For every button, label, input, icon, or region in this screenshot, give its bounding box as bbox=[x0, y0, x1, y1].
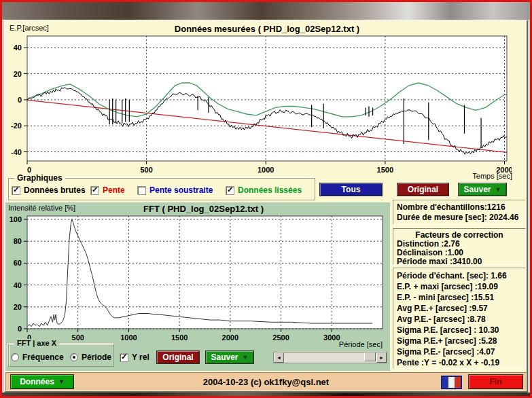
stat-line: E.P. + maxi [arcsec] :19.09 bbox=[397, 281, 522, 292]
original-button-fft[interactable]: Original bbox=[156, 350, 200, 364]
svg-text:1000: 1000 bbox=[258, 166, 274, 174]
stat-line: Durée de mesure [sec]: 2024.46 bbox=[397, 213, 522, 223]
plot-area bbox=[27, 36, 507, 161]
time-axis-label: Temps [sec] bbox=[440, 172, 512, 180]
checkbox-label: Pente bbox=[103, 185, 125, 195]
sauver-button-fft[interactable]: Sauver ▼ bbox=[205, 350, 254, 364]
graphiques-group-label: Graphiques bbox=[14, 173, 65, 183]
fft-scrollbar[interactable]: ◄ ► bbox=[273, 352, 387, 363]
checkbox-box bbox=[120, 353, 128, 362]
svg-text:1500: 1500 bbox=[377, 166, 393, 174]
radio-circle bbox=[11, 353, 19, 361]
measurements-box: Période d'échant. [sec]: 1.66 E.P. + max… bbox=[393, 268, 526, 369]
checkbox-label: Données lissées bbox=[238, 185, 302, 195]
donnees-button[interactable]: Données ▼ bbox=[10, 374, 74, 389]
fft-axis-group: FFT | axe X Fréquence Période bbox=[8, 344, 114, 367]
stat-line: Sigma P.E.+ [arcsec] :5.28 bbox=[397, 336, 522, 346]
radio-circle bbox=[70, 353, 78, 361]
stat-line: Sigma P.E. [arcsec] : 10.30 bbox=[397, 325, 522, 336]
stat-line: Avg P.E.- [arcsec] :8.78 bbox=[397, 314, 522, 325]
svg-text:40: 40 bbox=[14, 281, 22, 289]
svg-text:60: 60 bbox=[14, 259, 22, 267]
desktop-background-top bbox=[2, 2, 530, 20]
flag-blue-stripe bbox=[442, 377, 448, 388]
checkbox-label: Pente soustraite bbox=[149, 185, 213, 195]
fin-button-label: Fin bbox=[490, 377, 502, 386]
arrow-right-icon[interactable]: ► bbox=[376, 352, 387, 363]
chevron-down-icon: ▼ bbox=[495, 187, 501, 193]
scrollbar-thumb[interactable] bbox=[364, 352, 376, 361]
svg-text:-40: -40 bbox=[11, 148, 22, 156]
checkbox-box bbox=[12, 186, 20, 195]
svg-text:-20: -20 bbox=[11, 122, 22, 130]
original-button-label: Original bbox=[162, 352, 193, 362]
graphiques-group: Graphiques Données brutes Pente Pente so… bbox=[8, 178, 315, 200]
sauver-button-label: Sauver bbox=[464, 185, 491, 194]
svg-text:0: 0 bbox=[18, 325, 22, 333]
radio-frequence[interactable]: Fréquence bbox=[11, 352, 64, 362]
svg-text:500: 500 bbox=[72, 333, 84, 342]
stat-line: Avg P.E.+ [arcsec] :9.57 bbox=[397, 303, 522, 314]
plot-area bbox=[27, 216, 383, 329]
checkbox-box bbox=[226, 186, 234, 195]
svg-text:80: 80 bbox=[14, 237, 22, 245]
checkbox-donnees-lissees[interactable]: Données lissées bbox=[226, 185, 302, 195]
checkbox-box bbox=[137, 186, 146, 195]
stat-line: Pente :Y = -0.02 x X + -0.19 bbox=[397, 357, 522, 368]
measured-data-chart: 40200-20-400500100015002000 bbox=[5, 32, 512, 177]
checkbox-label: Données brutes bbox=[24, 185, 86, 195]
svg-text:20: 20 bbox=[14, 70, 22, 78]
scrollbar-track[interactable] bbox=[284, 352, 376, 363]
svg-text:0: 0 bbox=[18, 96, 22, 104]
fin-button[interactable]: Fin bbox=[468, 374, 523, 389]
french-flag-icon[interactable] bbox=[441, 376, 462, 389]
flag-white-stripe bbox=[448, 377, 455, 388]
flag-red-stripe bbox=[455, 377, 461, 388]
checkbox-donnees-brutes[interactable]: Données brutes bbox=[12, 185, 86, 195]
sauver-button-label: Sauver bbox=[211, 352, 238, 362]
radio-periode[interactable]: Période bbox=[70, 352, 111, 362]
checkbox-y-rel[interactable]: Y rel bbox=[120, 352, 149, 362]
app-window: E.P.[arcsec] Données mesurées ( PHD_log_… bbox=[0, 0, 532, 398]
fft-axis-group-label: FFT | axe X bbox=[14, 339, 59, 347]
original-button-label: Original bbox=[408, 185, 438, 194]
checkbox-label: Y rel bbox=[132, 352, 149, 362]
arrow-left-icon[interactable]: ◄ bbox=[274, 352, 284, 363]
donnees-button-label: Données bbox=[20, 377, 54, 386]
svg-text:2000: 2000 bbox=[222, 333, 238, 342]
chevron-down-icon: ▼ bbox=[58, 379, 65, 385]
radio-label: Fréquence bbox=[22, 352, 64, 362]
fft-chart: 100806040200050010001500200025003000 bbox=[5, 212, 390, 342]
checkbox-pente-soustraite[interactable]: Pente soustraite bbox=[137, 185, 213, 195]
original-button-top[interactable]: Original bbox=[397, 183, 449, 196]
sauver-button-top[interactable]: Sauver ▼ bbox=[458, 183, 507, 196]
stat-line: Sigma P.E.- [arcsec] :4.07 bbox=[397, 346, 522, 357]
radio-label: Période bbox=[82, 352, 111, 362]
chevron-down-icon: ▼ bbox=[243, 355, 249, 361]
tous-button[interactable]: Tous bbox=[319, 183, 383, 196]
bottom-bar: 2004-10-23 (c) ok1fky@qsl.net Données ▼ … bbox=[5, 372, 527, 391]
svg-text:500: 500 bbox=[140, 166, 152, 174]
checkbox-box bbox=[90, 186, 99, 195]
samples-info-box: Nombre d'échantillons:1216 Durée de mesu… bbox=[393, 200, 526, 225]
tous-button-label: Tous bbox=[342, 185, 361, 194]
stat-line: Période d'échant. [sec]: 1.66 bbox=[397, 270, 522, 281]
period-axis-label: Période [sec] bbox=[294, 340, 383, 348]
checkbox-pente[interactable]: Pente bbox=[90, 185, 125, 195]
stat-line: Période maxi :3410.00 bbox=[397, 257, 522, 266]
svg-text:1500: 1500 bbox=[171, 333, 188, 342]
main-panel: E.P.[arcsec] Données mesurées ( PHD_log_… bbox=[4, 20, 528, 393]
correction-factors-box: Facteurs de correction Distinction :2.76… bbox=[393, 228, 526, 265]
stat-line: E.P. - mini [arcsec] :15.51 bbox=[397, 292, 522, 303]
svg-text:1000: 1000 bbox=[120, 333, 137, 342]
svg-text:2500: 2500 bbox=[272, 333, 289, 342]
svg-text:20: 20 bbox=[14, 303, 22, 311]
fft-section: Intensité relative [%] FFT ( PHD_log_02S… bbox=[5, 202, 390, 371]
svg-text:40: 40 bbox=[14, 43, 22, 52]
stat-line: Nombre d'échantillons:1216 bbox=[397, 202, 522, 213]
svg-text:100: 100 bbox=[10, 215, 22, 223]
desktop-background-bottom bbox=[2, 393, 530, 396]
